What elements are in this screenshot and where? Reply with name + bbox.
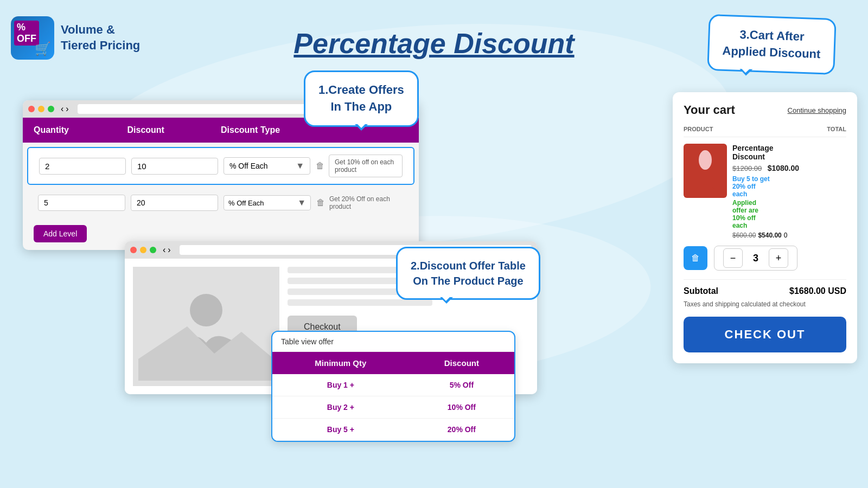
- col-quantity: Quantity: [34, 125, 127, 135]
- discount-row-discount: 5% Off: [409, 374, 514, 396]
- cart-item-name: Percentage Discount: [732, 144, 846, 161]
- trash-icon-2[interactable]: 🗑: [316, 198, 325, 208]
- col-total-label: TOTAL: [827, 126, 846, 132]
- discount-table-row: Buy 2 +10% Off: [272, 396, 514, 419]
- qty-input-1[interactable]: [39, 158, 126, 175]
- svg-point-4: [699, 150, 712, 170]
- discount-type-2: % Off Each: [228, 199, 297, 207]
- col-product-label: PRODUCT: [684, 126, 713, 132]
- discount-input-1[interactable]: [131, 158, 218, 175]
- dropdown-arrow-2[interactable]: ▼: [297, 198, 306, 208]
- col-discount: Discount: [127, 125, 221, 135]
- cart-title: Your cart: [684, 103, 735, 117]
- discount-row-discount: 20% Off: [409, 419, 514, 441]
- cart-columns: PRODUCT TOTAL: [684, 126, 846, 137]
- cart-panel: Your cart Continue shopping PRODUCT TOTA…: [673, 92, 857, 363]
- th-discount: Discount: [409, 352, 514, 374]
- dot-yellow-1: [38, 106, 44, 112]
- header: %OFF 🛒 Volume & Tiered Pricing: [11, 16, 140, 60]
- discount-row-discount: 10% Off: [409, 396, 514, 419]
- cart-item-price-original: $1200.00 $1080.00: [732, 163, 846, 173]
- bubble-cart-after: 3.Cart After Applied Discount: [707, 14, 836, 75]
- discount-table-row: Buy 1 +5% Off: [272, 374, 514, 396]
- bubble-discount-table: 2.Discount Offer Table On The Product Pa…: [396, 247, 540, 300]
- window-nav-2: ‹ ›: [163, 245, 171, 255]
- cart-item-image: [684, 144, 727, 198]
- checkout-button[interactable]: CHECK OUT: [684, 317, 846, 352]
- discount-table-row: Buy 5 +20% Off: [272, 419, 514, 441]
- detail-line-4: [288, 299, 432, 306]
- logo: %OFF 🛒: [11, 16, 54, 60]
- offer-row-1: % Off Each ▼ 🗑 Get 10% off on each produ…: [27, 147, 414, 185]
- dot-yellow-2: [140, 247, 146, 253]
- cart-header: Your cart Continue shopping: [684, 103, 846, 117]
- discount-type-1: % Off Each: [229, 162, 296, 170]
- qty-decrease-button[interactable]: −: [723, 248, 743, 268]
- subtotal-value: $1680.00 USD: [789, 286, 846, 296]
- discount-row-qty: Buy 5 +: [272, 419, 409, 441]
- cart-item-applied-text: Appliedoffer are10% offeach: [732, 199, 846, 229]
- qty-box: − 3 +: [714, 246, 797, 271]
- discount-table: Minimum Qty Discount Buy 1 +5% OffBuy 2 …: [272, 352, 514, 441]
- cart-item-details: Percentage Discount $1200.00 $1080.00 Bu…: [732, 144, 846, 239]
- th-min-qty: Minimum Qty: [272, 352, 409, 374]
- trash-icon-1[interactable]: 🗑: [316, 161, 324, 171]
- qty-controls: 🗑 − 3 +: [684, 246, 846, 271]
- window-nav-1: ‹ ›: [61, 104, 69, 114]
- subtotal-label: Subtotal: [684, 286, 718, 296]
- nav-back-1[interactable]: ‹: [61, 104, 63, 114]
- cart-item: Percentage Discount $1200.00 $1080.00 Bu…: [684, 144, 846, 239]
- cart-item-offer-text: Buy 5 to get20% offeach: [732, 175, 846, 198]
- discount-input-2[interactable]: [131, 195, 218, 211]
- discount-table-panel: Table view offer Minimum Qty Discount Bu…: [271, 331, 515, 442]
- dot-red-2: [130, 247, 137, 253]
- cart-product-image: [684, 144, 727, 198]
- nav-forward-1[interactable]: ›: [66, 104, 68, 114]
- subtotal-row: Subtotal $1680.00 USD: [684, 279, 846, 296]
- product-image: [133, 267, 279, 386]
- tax-note: Taxes and shipping calculated at checkou…: [684, 300, 846, 308]
- logo-text: Volume & Tiered Pricing: [61, 22, 140, 53]
- page-title: Percentage Discount: [293, 27, 574, 60]
- qty-increase-button[interactable]: +: [769, 248, 788, 268]
- dot-green-2: [150, 247, 156, 253]
- dot-red-1: [28, 106, 35, 112]
- dot-green-1: [48, 106, 54, 112]
- discount-row-qty: Buy 2 +: [272, 396, 409, 419]
- nav-back-2[interactable]: ‹: [163, 245, 165, 255]
- continue-shopping-link[interactable]: Continue shopping: [788, 106, 846, 114]
- add-level-button[interactable]: Add Level: [34, 225, 87, 242]
- svg-point-1: [190, 294, 222, 326]
- discount-row-qty: Buy 1 +: [272, 374, 409, 396]
- info-box-1: Get 10% off on each product: [329, 155, 403, 177]
- cart-item-price-line2: $600.00 $540.00 0: [732, 232, 846, 239]
- placeholder-svg: [133, 267, 279, 386]
- col-discount-type: Discount Type: [221, 125, 315, 135]
- delete-item-button[interactable]: 🗑: [684, 246, 707, 270]
- offer-row-2: % Off Each ▼ 🗑 Get 20% Off on each produ…: [27, 189, 414, 216]
- nav-forward-2[interactable]: ›: [168, 245, 170, 255]
- qty-value: 3: [749, 253, 762, 264]
- info-text-2: Get 20% Off on each product: [329, 195, 404, 210]
- table-view-label: Table view offer: [272, 332, 514, 352]
- qty-input-2[interactable]: [38, 195, 125, 211]
- bubble-create-offers: 1.Create Offers In The App: [304, 70, 419, 127]
- logo-cart-icon: 🛒: [35, 41, 51, 56]
- dropdown-arrow-1[interactable]: ▼: [296, 161, 304, 171]
